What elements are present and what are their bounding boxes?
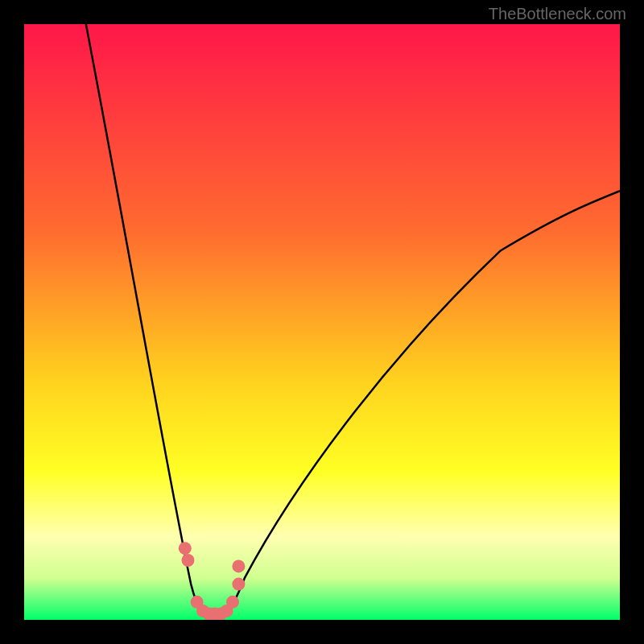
watermark-text: TheBottleneck.com	[489, 5, 626, 23]
data-marker	[232, 578, 245, 591]
data-marker	[179, 542, 192, 555]
data-marker	[226, 596, 239, 609]
bottleneck-curve	[84, 24, 620, 617]
marker-group	[179, 542, 246, 620]
curve-layer	[24, 24, 620, 620]
data-marker	[182, 554, 195, 567]
curve-group	[84, 24, 620, 617]
plot-area	[24, 24, 620, 620]
data-marker	[232, 559, 245, 572]
